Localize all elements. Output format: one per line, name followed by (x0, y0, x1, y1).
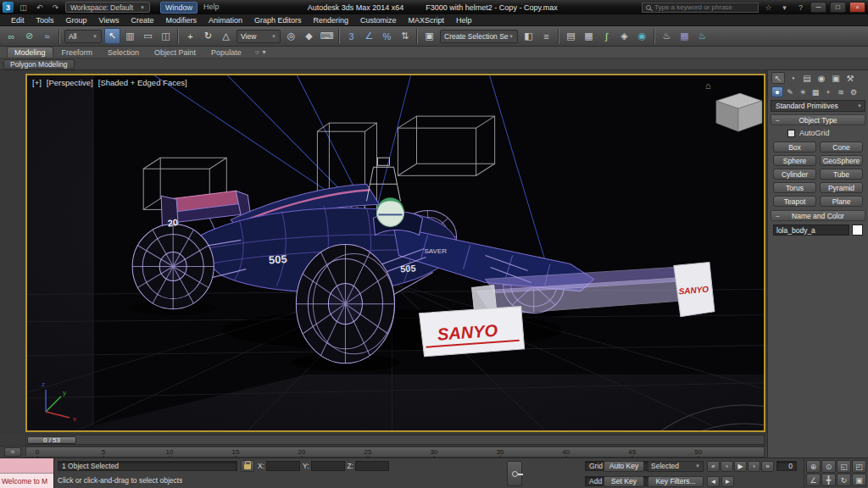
menu-item-edit[interactable]: Edit (5, 14, 31, 26)
curve-editor-icon[interactable]: ∫ (598, 28, 615, 44)
track-bar-ruler[interactable]: 05101520253035404550 (25, 446, 765, 458)
object-name-field[interactable] (773, 225, 849, 236)
ribbon-tab-freeform[interactable]: Freeform (55, 47, 100, 58)
set-keys-button[interactable] (507, 461, 522, 486)
rectangular-selection-region-icon[interactable]: ▭ (140, 28, 156, 44)
go-to-end-button[interactable]: » (761, 461, 774, 472)
field-of-view-icon[interactable]: ∠ (806, 474, 821, 486)
pan-icon[interactable]: ╋ (821, 474, 836, 486)
geosphere-button[interactable]: GeoSphere (820, 155, 863, 166)
select-and-move-icon[interactable]: + (182, 28, 198, 44)
maximize-button[interactable]: □ (830, 2, 846, 13)
zoom-icon[interactable]: ⊕ (806, 460, 821, 473)
current-frame-field[interactable]: 0 (776, 461, 797, 471)
timeline-tick-25[interactable]: 25 (364, 447, 371, 458)
mirror-icon[interactable]: ◧ (520, 28, 537, 44)
create-tab[interactable]: ↖ (771, 72, 785, 84)
select-and-scale-icon[interactable]: △ (218, 28, 234, 44)
go-to-start-button[interactable]: « (707, 461, 720, 472)
menu-item-maxscript[interactable]: MAXScript (403, 14, 451, 26)
tube-button[interactable]: Tube (820, 169, 863, 180)
render-production-icon[interactable]: ♨ (694, 28, 710, 44)
menu-item-rendering[interactable]: Rendering (308, 14, 355, 26)
box-button[interactable]: Box (773, 141, 816, 152)
autogrid-checkbox[interactable] (787, 130, 795, 137)
angle-snap-icon[interactable]: ∠ (361, 28, 377, 44)
infocenter-search[interactable] (642, 3, 759, 13)
lights-category[interactable]: ☀ (797, 86, 809, 97)
select-by-name-icon[interactable]: ▥ (122, 28, 138, 44)
layer-manager-icon[interactable]: ▤ (563, 28, 579, 44)
selection-lock-toggle[interactable] (241, 460, 254, 472)
menu-item-tools[interactable]: Tools (31, 14, 60, 26)
plane-button[interactable]: Plane (820, 196, 863, 207)
selection-filter-dropdown[interactable]: All▼ (64, 30, 102, 43)
maximize-viewport-icon[interactable]: ▣ (852, 474, 866, 486)
workspace-selector[interactable]: Workspace: Default ▼ (65, 2, 150, 13)
graphite-ribbon-icon[interactable]: ▦ (581, 28, 597, 44)
snap-toggle-3d-icon[interactable]: 3 (343, 28, 359, 44)
keyboard-override-icon[interactable]: ⌨ (319, 28, 335, 44)
unlink-selection-icon[interactable]: ⊘ (21, 28, 37, 44)
timeline-tick-35[interactable]: 35 (496, 447, 504, 458)
app-logo-icon[interactable]: 3 (3, 2, 14, 13)
render-setup-icon[interactable]: ♨ (659, 28, 675, 44)
cylinder-button[interactable]: Cylinder (773, 169, 816, 180)
ribbon-tab-object-paint[interactable]: Object Paint (147, 47, 203, 58)
menu-item-help[interactable]: Help (450, 14, 478, 26)
menu-item-modifiers[interactable]: Modifiers (159, 14, 203, 26)
time-slider-track[interactable]: 0 / 53 (25, 435, 765, 445)
name-and-color-rollout[interactable]: − Name and Color (771, 210, 865, 221)
primitives-dropdown[interactable]: Standard Primitives ▼ (771, 100, 865, 112)
display-tab[interactable]: ▣ (829, 72, 843, 84)
material-editor-icon[interactable]: ◉ (634, 28, 650, 44)
zoom-extents-icon[interactable]: ◱ (837, 460, 851, 473)
use-pivot-center-icon[interactable]: ◎ (283, 28, 299, 44)
maxscript-mini-listener[interactable]: Welcome to M (0, 458, 54, 488)
menu-item-views[interactable]: Views (93, 14, 125, 26)
viewport-general-menu[interactable]: [+] (32, 78, 42, 87)
geometry-category[interactable]: ● (771, 86, 783, 97)
play-button[interactable]: ▶ (734, 461, 747, 472)
timeline-tick-10[interactable]: 10 (166, 447, 174, 458)
polygon-modeling-panel[interactable]: Polygon Modeling (3, 59, 75, 69)
coordinate-x-field[interactable] (266, 461, 300, 471)
hierarchy-tab[interactable]: ▤ (800, 72, 814, 84)
key-mode-dropdown[interactable]: Selected ▼ (648, 461, 704, 472)
named-selection-sets-dropdown[interactable]: Create Selection Se▼ (440, 30, 518, 43)
time-slider-handle[interactable]: 0 / 53 (27, 436, 76, 444)
next-frame-button[interactable]: › (748, 461, 760, 472)
select-and-manipulate-icon[interactable]: ◆ (301, 28, 317, 44)
next-key-button[interactable]: ► (721, 476, 734, 487)
cone-button[interactable]: Cone (820, 141, 863, 152)
favorites-icon[interactable]: ☆ (762, 2, 775, 13)
open-mini-curve-editor-button[interactable]: ≈ (4, 447, 21, 457)
viewport-canvas[interactable]: 20 505 505 SAVER SANYO SANYO ⌂ (27, 75, 764, 430)
orbit-icon[interactable]: ↻ (837, 474, 851, 486)
ribbon-tab-selection[interactable]: Selection (101, 47, 146, 58)
menu-item-group[interactable]: Group (60, 14, 93, 26)
torus-button[interactable]: Torus (773, 182, 816, 193)
auto-key-button[interactable]: Auto Key (604, 461, 644, 472)
modify-tab[interactable]: ◔ (786, 72, 799, 84)
object-color-swatch[interactable] (852, 225, 863, 236)
select-and-rotate-icon[interactable]: ↻ (200, 28, 216, 44)
timeline-tick-50[interactable]: 50 (694, 447, 702, 458)
previous-frame-button[interactable]: ‹ (721, 461, 733, 472)
menu-item-customize[interactable]: Customize (354, 14, 403, 26)
macro-recorder-pane[interactable] (0, 458, 53, 474)
select-and-link-icon[interactable]: ∞ (3, 28, 19, 44)
save-icon[interactable]: ◫ (17, 2, 30, 13)
object-type-rollout[interactable]: − Object Type (771, 114, 865, 125)
helpers-category[interactable]: + (822, 86, 834, 97)
pyramid-button[interactable]: Pyramid (820, 182, 863, 193)
zoom-all-icon[interactable]: ⊙ (821, 460, 836, 473)
rendered-frame-window-icon[interactable]: ▦ (676, 28, 693, 44)
menu-item-graph-editors[interactable]: Graph Editors (248, 14, 308, 26)
viewport-pov-menu[interactable]: [Perspective] (47, 78, 93, 87)
coordinate-y-field[interactable] (311, 461, 345, 471)
perspective-viewport[interactable]: [+] [Perspective] [Shaded + Edged Faces] (25, 74, 765, 432)
search-input[interactable] (654, 3, 754, 11)
set-key-button[interactable]: Set Key (604, 476, 644, 487)
close-button[interactable]: × (849, 2, 865, 13)
